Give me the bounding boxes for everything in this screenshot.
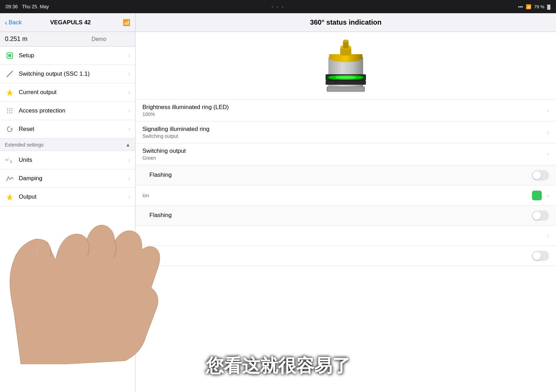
svg-point-11 <box>9 112 10 114</box>
svg-point-33 <box>343 40 349 42</box>
content-area: 360° status indication <box>136 13 556 392</box>
menu-item-output[interactable]: Output › <box>0 188 135 206</box>
status-bar-left: 09:36 Thu 25. May <box>6 4 49 9</box>
svg-marker-13 <box>10 127 12 129</box>
brightness-item[interactable]: Brightness illuminated ring (LED) 100% › <box>136 100 556 122</box>
svg-rect-19 <box>327 86 365 92</box>
svg-marker-17 <box>7 194 13 201</box>
menu-item-access[interactable]: Access protection › <box>0 102 135 120</box>
svg-point-7 <box>7 110 8 111</box>
brightness-chevron: › <box>547 107 549 114</box>
top-dots: • • • <box>271 4 284 10</box>
brightness-content: Brightness illuminated ring (LED) 100% <box>142 104 547 117</box>
switching-output-content: Switching output Green <box>142 148 547 161</box>
green-color-badge[interactable] <box>532 191 542 200</box>
time-display: 09:36 <box>6 4 18 9</box>
svg-rect-21 <box>328 89 364 90</box>
signalling-title: Signalling illuminated ring <box>142 126 547 133</box>
menu-item-reset[interactable]: Reset › <box>0 120 135 139</box>
output-icon <box>5 192 15 202</box>
svg-point-10 <box>7 112 8 114</box>
brightness-title: Brightness illuminated ring (LED) <box>142 104 547 111</box>
menu-item-damping[interactable]: Damping › <box>0 169 135 188</box>
setup-label: Setup <box>19 52 129 59</box>
flashing-item-1[interactable]: Flashing <box>136 165 556 185</box>
status-bar-right: ▪▪▪ 📶 79 % ▓ <box>518 4 550 9</box>
extra-1-chevron: › <box>547 233 549 239</box>
units-label: Units <box>19 157 129 164</box>
reset-label: Reset <box>19 126 129 133</box>
extra-2-toggle[interactable] <box>532 251 549 261</box>
bottom-indicator <box>257 387 299 389</box>
setup-chevron: › <box>129 52 130 59</box>
switching-output-title: Switching output <box>142 148 547 155</box>
signalling-content: Signalling illuminated ring Switching ou… <box>142 126 547 139</box>
switching-output-subtitle: Green <box>142 155 547 161</box>
switching-chevron: › <box>129 71 130 77</box>
nav-bar: ‹ Back VEGAPULS 42 📶 <box>0 13 135 32</box>
svg-point-9 <box>11 110 13 111</box>
output-chevron: › <box>129 194 130 200</box>
ion-row-right: › <box>532 191 549 200</box>
access-label: Access protection <box>19 107 129 114</box>
svg-point-5 <box>9 108 10 109</box>
flashing-1-content: Flashing <box>149 172 532 179</box>
svg-marker-3 <box>7 89 13 96</box>
svg-point-6 <box>11 108 13 109</box>
sidebar: ‹ Back VEGAPULS 42 📶 0.251 m Demo Setup <box>0 13 136 392</box>
menu-item-switching[interactable]: Switching output (SSC 1.1) › <box>0 65 135 83</box>
damping-icon <box>5 174 15 183</box>
battery-icon: ▓ <box>547 4 550 9</box>
flashing-1-toggle[interactable] <box>532 170 549 181</box>
collapse-icon[interactable]: ▲ <box>125 142 130 148</box>
signalling-subtitle: Switching output <box>142 133 547 139</box>
device-image-area <box>136 32 556 100</box>
units-icon: m / ft <box>5 155 15 165</box>
output-label: Output <box>19 193 129 200</box>
menu-item-setup[interactable]: Setup › <box>0 47 135 65</box>
svg-point-12 <box>11 112 13 114</box>
access-icon <box>5 106 15 116</box>
ion-subtitle: ion <box>142 193 532 198</box>
back-arrow-icon: ‹ <box>5 19 7 26</box>
main-container: ‹ Back VEGAPULS 42 📶 0.251 m Demo Setup <box>0 13 556 392</box>
flashing-item-2[interactable]: Flashing <box>136 206 556 226</box>
extended-settings-header: Extended settings ▲ <box>0 139 135 151</box>
device-illustration <box>318 36 374 95</box>
units-chevron: › <box>129 157 130 163</box>
flashing-2-title: Flashing <box>149 212 532 219</box>
current-chevron: › <box>129 89 130 95</box>
date-display: Thu 25. May <box>22 4 49 9</box>
flashing-2-content: Flashing <box>149 212 532 219</box>
flashing-2-toggle[interactable] <box>532 210 549 221</box>
extra-item-2[interactable] <box>136 246 556 266</box>
ion-item[interactable]: ion › <box>136 185 556 206</box>
ion-content: ion <box>142 193 532 198</box>
extended-settings-label: Extended settings <box>5 142 125 148</box>
wifi-status-icon: 📶 <box>123 19 130 26</box>
device-title: VEGAPULS 42 <box>50 19 91 26</box>
extra-item-1[interactable]: › <box>136 226 556 246</box>
switching-output-item[interactable]: Switching output Green › <box>136 143 556 165</box>
signalling-item[interactable]: Signalling illuminated ring Switching ou… <box>136 122 556 143</box>
svg-text:m: m <box>5 158 8 162</box>
svg-text:ft: ft <box>10 160 12 164</box>
svg-rect-1 <box>8 54 11 57</box>
damping-chevron: › <box>129 175 130 182</box>
settings-list: Brightness illuminated ring (LED) 100% ›… <box>136 100 556 392</box>
svg-line-2 <box>7 71 13 77</box>
menu-item-current[interactable]: Current output › <box>0 83 135 102</box>
damping-label: Damping <box>19 175 129 182</box>
measurement-value: 0.251 m <box>5 35 68 43</box>
svg-rect-22 <box>328 91 364 92</box>
switching-output-chevron: › <box>547 151 549 157</box>
svg-rect-20 <box>328 87 364 89</box>
reset-chevron: › <box>129 126 130 132</box>
menu-list: Setup › Switching output (SSC 1.1) › <box>0 47 135 392</box>
menu-item-units[interactable]: m / ft Units › <box>0 151 135 169</box>
subtitle-bar: 您看这就很容易了 <box>0 354 556 378</box>
switching-icon <box>5 69 15 79</box>
back-button[interactable]: ‹ Back <box>5 19 22 26</box>
svg-point-8 <box>9 110 10 111</box>
svg-point-26 <box>335 76 356 79</box>
